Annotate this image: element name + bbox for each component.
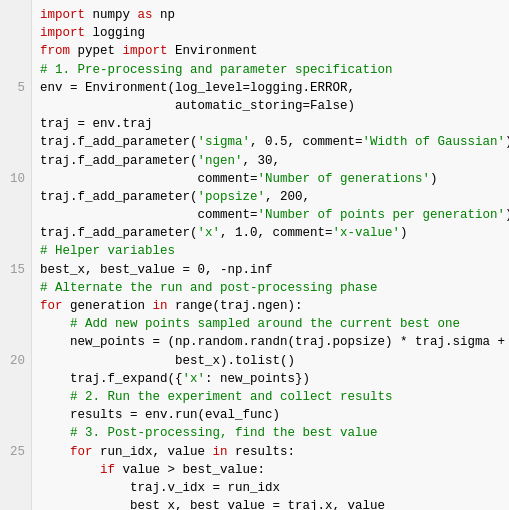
line-number xyxy=(8,315,25,333)
code-segment: best_x).tolist() xyxy=(40,354,295,368)
line-number xyxy=(8,297,25,315)
code-segment: traj.f_add_parameter( xyxy=(40,154,198,168)
code-segment: results = env.run(eval_func) xyxy=(40,408,280,422)
code-segment: traj.f_add_parameter( xyxy=(40,135,198,149)
code-segment: import xyxy=(40,8,85,22)
code-line: # 1. Pre-processing and parameter specif… xyxy=(40,61,501,79)
code-segment: best_x, best_value = 0, -np.inf xyxy=(40,263,273,277)
line-number xyxy=(8,279,25,297)
code-line: best_x).tolist() xyxy=(40,352,501,370)
code-line: for generation in range(traj.ngen): xyxy=(40,297,501,315)
code-line: # Alternate the run and post-processing … xyxy=(40,279,501,297)
code-line: automatic_storing=False) xyxy=(40,97,501,115)
code-segment: for xyxy=(40,299,63,313)
code-segment: in xyxy=(213,445,228,459)
code-line: if value > best_value: xyxy=(40,461,501,479)
code-segment: # Helper variables xyxy=(40,244,175,258)
line-number: 25 xyxy=(8,443,25,461)
code-segment: ) xyxy=(400,226,408,240)
code-line: best_x, best_value = traj.x, value xyxy=(40,497,501,510)
code-segment: comment= xyxy=(40,208,258,222)
code-segment: ) xyxy=(505,135,509,149)
code-line: # Add new points sampled around the curr… xyxy=(40,315,501,333)
code-segment: traj.f_add_parameter( xyxy=(40,190,198,204)
code-line: results = env.run(eval_func) xyxy=(40,406,501,424)
code-segment: numpy xyxy=(85,8,138,22)
code-segment: # 3. Post-processing, find the best valu… xyxy=(40,426,378,440)
line-number xyxy=(8,188,25,206)
code-segment: 'x-value' xyxy=(333,226,401,240)
line-number xyxy=(8,206,25,224)
code-segment: ) xyxy=(430,172,438,186)
code-segment: # Alternate the run and post-processing … xyxy=(40,281,378,295)
line-number xyxy=(8,42,25,60)
code-line: comment='Number of points per generation… xyxy=(40,206,501,224)
code-line: traj.f_add_parameter('ngen', 30, xyxy=(40,152,501,170)
code-line: # 2. Run the experiment and collect resu… xyxy=(40,388,501,406)
code-segment: traj.f_expand({ xyxy=(40,372,183,386)
line-number: 10 xyxy=(8,170,25,188)
line-number xyxy=(8,388,25,406)
code-segment: 'sigma' xyxy=(198,135,251,149)
code-line: env = Environment(log_level=logging.ERRO… xyxy=(40,79,501,97)
code-segment: , 30, xyxy=(243,154,281,168)
line-number xyxy=(8,424,25,442)
line-number xyxy=(8,242,25,260)
line-number xyxy=(8,97,25,115)
code-line: import logging xyxy=(40,24,501,42)
code-segment: , 1.0, comment= xyxy=(220,226,333,240)
code-segment: # 1. Pre-processing and parameter specif… xyxy=(40,63,393,77)
code-segment: from xyxy=(40,44,70,58)
code-line: for run_idx, value in results: xyxy=(40,443,501,461)
code-segment: automatic_storing=False) xyxy=(40,99,355,113)
code-segment: as xyxy=(138,8,153,22)
code-segment: 'x' xyxy=(198,226,221,240)
code-segment: pypet xyxy=(70,44,123,58)
code-segment: traj.f_add_parameter( xyxy=(40,226,198,240)
code-segment: traj = env.traj xyxy=(40,117,153,131)
line-number xyxy=(8,406,25,424)
code-segment: results: xyxy=(228,445,296,459)
line-number xyxy=(8,61,25,79)
code-line: traj.f_add_parameter('popsize', 200, xyxy=(40,188,501,206)
code-line: # Helper variables xyxy=(40,242,501,260)
code-segment: Environment xyxy=(168,44,258,58)
code-line: best_x, best_value = 0, -np.inf xyxy=(40,261,501,279)
code-segment: ) xyxy=(505,208,509,222)
line-number: 5 xyxy=(8,79,25,97)
line-number xyxy=(8,333,25,351)
code-segment: 'Number of points per generation' xyxy=(258,208,506,222)
code-segment: : new_points}) xyxy=(205,372,310,386)
code-segment: value > best_value: xyxy=(115,463,265,477)
code-segment: 'popsize' xyxy=(198,190,266,204)
code-segment: range(traj.ngen): xyxy=(168,299,303,313)
line-number xyxy=(8,461,25,479)
code-segment: 'Width of Gaussian' xyxy=(363,135,506,149)
line-number xyxy=(8,152,25,170)
code-line: import numpy as np xyxy=(40,6,501,24)
code-segment: import xyxy=(123,44,168,58)
code-segment: # Add new points sampled around the curr… xyxy=(40,317,460,331)
code-segment: in xyxy=(153,299,168,313)
code-editor: 5101520253035 import numpy as npimport l… xyxy=(0,0,509,510)
code-segment: import xyxy=(40,26,85,40)
code-segment: for xyxy=(40,445,93,459)
code-segment: 'Number of generations' xyxy=(258,172,431,186)
code-segment: comment= xyxy=(40,172,258,186)
code-segment: logging xyxy=(85,26,145,40)
code-segment: run_idx, value xyxy=(93,445,213,459)
line-number xyxy=(8,24,25,42)
code-segment: generation xyxy=(63,299,153,313)
code-line: from pypet import Environment xyxy=(40,42,501,60)
code-line: # 3. Post-processing, find the best valu… xyxy=(40,424,501,442)
code-line: new_points = (np.random.randn(traj.popsi… xyxy=(40,333,501,351)
code-line: traj.f_add_parameter('x', 1.0, comment='… xyxy=(40,224,501,242)
line-numbers: 5101520253035 xyxy=(0,0,32,510)
line-number xyxy=(8,370,25,388)
code-line: traj.f_expand({'x': new_points}) xyxy=(40,370,501,388)
code-segment: # 2. Run the experiment and collect resu… xyxy=(40,390,393,404)
code-area[interactable]: import numpy as npimport loggingfrom pyp… xyxy=(32,0,509,510)
line-number xyxy=(8,133,25,151)
code-segment: env = Environment(log_level=logging.ERRO… xyxy=(40,81,355,95)
line-number: 15 xyxy=(8,261,25,279)
